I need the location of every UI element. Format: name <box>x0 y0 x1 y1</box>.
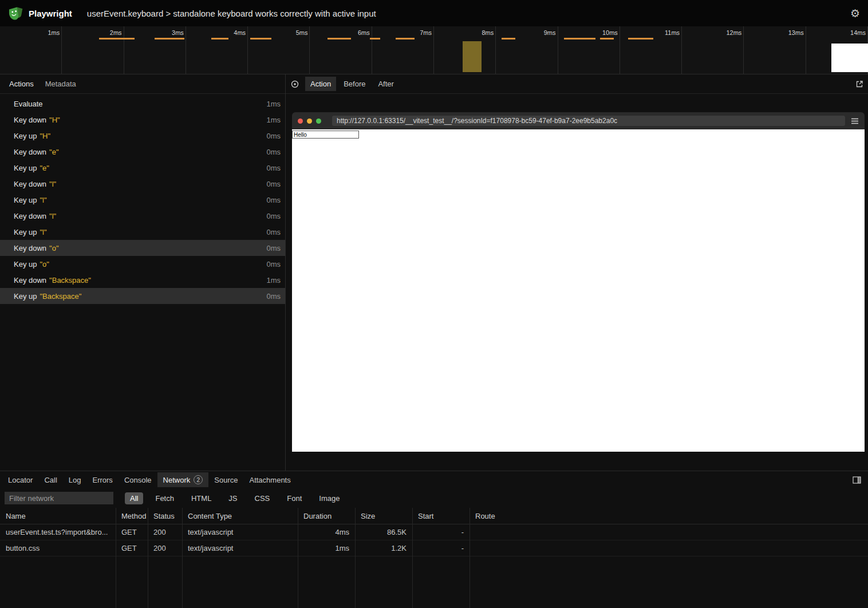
network-column-header: Size <box>355 512 412 520</box>
timeline-label: 11ms <box>665 29 680 36</box>
details-tab[interactable]: Attachments <box>243 473 296 487</box>
actions-panel-tab[interactable]: Actions <box>5 77 38 90</box>
action-label: Key up"o" <box>14 260 266 269</box>
request-size: 1.2K <box>355 544 412 552</box>
snapshot-page <box>292 129 865 452</box>
page-text-input[interactable] <box>292 131 359 139</box>
details-tab[interactable]: Network2 <box>157 472 209 487</box>
action-name: Key down <box>14 244 46 252</box>
timeline[interactable]: 1ms 2ms 3ms 4ms 5ms 6ms <box>0 26 868 74</box>
request-size: 86.5K <box>355 528 412 536</box>
toggle-panel-layout-icon[interactable] <box>853 476 861 484</box>
request-name: userEvent.test.ts?import&bro... <box>0 528 116 536</box>
action-label: Evaluate <box>14 100 266 108</box>
details-tab[interactable]: Locator <box>2 473 38 487</box>
action-row[interactable]: Key down"o" 0ms <box>0 240 285 256</box>
actions-panel: Actions Metadata Evaluate 1ms Key down"H… <box>0 74 286 471</box>
timeline-selection[interactable] <box>463 41 482 72</box>
details-tab[interactable]: Call <box>38 473 62 487</box>
network-type-chip[interactable]: Fetch <box>150 492 179 504</box>
timeline-cell[interactable]: 4ms <box>186 26 248 74</box>
action-row[interactable]: Key down"l" 0ms <box>0 208 285 224</box>
action-name: Key down <box>14 116 46 124</box>
details-tab-label: Call <box>44 476 57 484</box>
action-name: Key up <box>14 292 37 301</box>
network-type-chip[interactable]: All <box>125 492 143 504</box>
action-key-value: "l" <box>40 228 46 236</box>
action-label: Key up"H" <box>14 132 266 140</box>
network-request-row[interactable]: button.css GET 200 text/javascript 1ms 1… <box>0 540 868 556</box>
details-tab[interactable]: Errors <box>86 473 118 487</box>
network-filter-input[interactable] <box>5 492 113 504</box>
snapshot-tab[interactable]: After <box>373 77 399 91</box>
action-duration: 0ms <box>266 292 281 301</box>
timeline-cell[interactable]: 9ms <box>496 26 558 74</box>
snapshot-tab[interactable]: Action <box>305 77 336 91</box>
action-row[interactable]: Key up"o" 0ms <box>0 256 285 272</box>
timeline-label: 3ms <box>172 29 184 36</box>
timeline-cell[interactable]: 2ms <box>62 26 124 74</box>
timeline-screenshot-thumb <box>831 44 868 72</box>
network-type-chip[interactable]: CSS <box>250 492 275 504</box>
action-row[interactable]: Key up"H" 0ms <box>0 128 285 144</box>
action-name: Key up <box>14 196 37 204</box>
details-tab[interactable]: Source <box>208 473 243 487</box>
timeline-label: 9ms <box>544 29 556 36</box>
network-column-header: Route <box>469 512 868 520</box>
url-bar[interactable]: http://127.0.0.1:63315/__vitest_test__/?… <box>332 116 845 126</box>
network-request-row[interactable]: userEvent.test.ts?import&bro... GET 200 … <box>0 524 868 540</box>
action-name: Key up <box>14 132 37 140</box>
snapshot-tab[interactable]: Before <box>338 77 370 91</box>
traffic-light-red-icon <box>298 119 303 124</box>
menu-hamburger-icon[interactable] <box>851 118 859 124</box>
network-filter-row: All Fetch HTML JS CSS Font Image <box>0 488 868 508</box>
action-row[interactable]: Key up"l" 0ms <box>0 224 285 240</box>
timeline-cell[interactable]: 10ms <box>558 26 620 74</box>
action-name: Key up <box>14 260 37 269</box>
action-key-value: "o" <box>49 244 58 252</box>
details-tab-label: Attachments <box>249 476 290 484</box>
network-type-chip[interactable]: Font <box>282 492 307 504</box>
network-type-chip[interactable]: Image <box>314 492 345 504</box>
action-name: Evaluate <box>14 100 43 108</box>
action-row[interactable]: Key up"Backspace" 0ms <box>0 288 285 304</box>
request-start: - <box>412 544 469 552</box>
timeline-cell[interactable]: 7ms <box>372 26 434 74</box>
action-label: Key up"l" <box>14 228 266 236</box>
details-tab-label: Errors <box>92 476 112 484</box>
pick-locator-icon[interactable] <box>290 80 299 89</box>
network-type-chip[interactable]: HTML <box>186 492 216 504</box>
timeline-cell[interactable]: 6ms <box>310 26 372 74</box>
network-type-chip[interactable]: JS <box>223 492 242 504</box>
action-row[interactable]: Key down"e" 0ms <box>0 144 285 160</box>
details-tab[interactable]: Log <box>63 473 87 487</box>
details-tab-label: Log <box>69 476 81 484</box>
timeline-cell[interactable]: 5ms <box>248 26 310 74</box>
action-row[interactable]: Evaluate 1ms <box>0 96 285 112</box>
timeline-label: 2ms <box>110 29 122 36</box>
action-row[interactable]: Key up"l" 0ms <box>0 192 285 208</box>
timeline-cell[interactable]: 12ms <box>682 26 744 74</box>
action-row[interactable]: Key down"l" 0ms <box>0 176 285 192</box>
timeline-label: 5ms <box>296 29 308 36</box>
action-row[interactable]: Key down"Backspace" 1ms <box>0 272 285 288</box>
open-external-icon[interactable] <box>855 80 863 88</box>
network-type-chips: All Fetch HTML JS CSS Font Image <box>125 492 345 504</box>
action-duration: 0ms <box>266 180 281 188</box>
timeline-cell[interactable]: 11ms <box>620 26 682 74</box>
network-column-header: Start <box>412 512 469 520</box>
details-tabs: Locator Call Log Errors Console Network2… <box>2 472 297 487</box>
details-tab[interactable]: Console <box>119 473 157 487</box>
actions-tabs: Actions Metadata <box>5 77 81 90</box>
timeline-cell[interactable]: 3ms <box>124 26 186 74</box>
timeline-label: 13ms <box>788 29 804 36</box>
actions-panel-tab[interactable]: Metadata <box>41 77 81 90</box>
main-split: Actions Metadata Evaluate 1ms Key down"H… <box>0 74 868 471</box>
timeline-cell[interactable]: 1ms <box>0 26 62 74</box>
settings-gear-icon[interactable]: ⚙ <box>850 8 860 19</box>
action-row[interactable]: Key down"H" 1ms <box>0 112 285 128</box>
action-row[interactable]: Key up"e" 0ms <box>0 160 285 176</box>
trace-viewer: Playwright userEvent.keyboard > standalo… <box>0 0 868 608</box>
timeline-cell[interactable]: 13ms <box>744 26 806 74</box>
details-tabs-row: Locator Call Log Errors Console Network2… <box>0 471 868 488</box>
